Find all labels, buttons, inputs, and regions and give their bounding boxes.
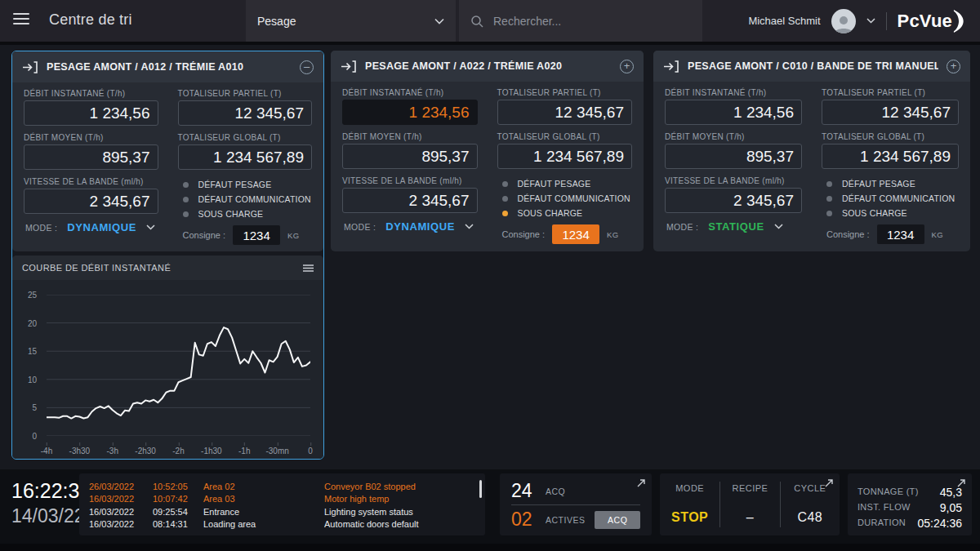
consigne-input[interactable]: 1234 [552,224,599,244]
panel-title: PESAGE AMONT / A022 / TRÉMIE A020 [365,60,612,72]
status-group: DÉFAUT PESAGE DÉFAUT COMMUNICATION SOUS … [178,177,313,221]
consigne-row: Consigne : 1234 KG [178,225,313,245]
consigne-row: Consigne : 1234 KG [497,224,633,244]
totaliseur-partiel-value: 12 345,67 [497,100,633,125]
bottom-edge-strip [0,544,980,551]
status-led-icon [183,211,189,217]
main-content: PESAGE AMONT / A012 / TRÉMIE A010 – DÉBI… [0,45,980,469]
acq-total-count: 24 [511,480,536,502]
user-name: Michael Schmit [748,15,820,27]
field-label: DÉBIT INSTANTANÉ (T/h) [342,88,478,97]
chevron-down-icon[interactable] [146,224,155,230]
pesage-panel-c010: PESAGE AMONT / C010 / BANDE DE TRI MANUE… [653,51,970,251]
vitesse-bande-value: 2 345,67 [24,189,158,214]
search-input[interactable] [492,14,675,29]
consigne-input[interactable]: 1234 [233,225,280,245]
user-menu-chevron-icon[interactable] [866,18,875,24]
field-label: VITESSE DE LA BANDE (ml/h) [342,176,478,185]
panel-body: DÉBIT INSTANTANÉ (T/h) 1 234,56 DÉBIT MO… [331,82,644,251]
collapse-circle-icon[interactable]: – [300,60,314,74]
consigne-unit: KG [287,231,300,240]
status-led-icon [826,181,832,187]
acq-total-row: 24 ACQ [511,481,640,501]
mode-column: MODE STOP [660,473,719,535]
add-circle-icon[interactable]: + [947,60,960,73]
pesage-panel-a012: PESAGE AMONT / A012 / TRÉMIE A010 – DÉBI… [12,51,323,251]
status-defaut-communication: DÉFAUT COMMUNICATION [178,192,313,207]
recipe-column: RECIPE – [719,482,779,527]
alarm-row[interactable]: 16/03/202209:25:54EntranceLighting syste… [89,505,472,518]
panel-body: DÉBIT INSTANTANÉ (T/h) 1 234,56 DÉBIT MO… [653,82,970,251]
enter-panel-arrow-icon[interactable] [22,61,38,73]
selected-panel-group: PESAGE AMONT / A012 / TRÉMIE A010 – DÉBI… [11,51,324,460]
field-label: TOTALISEUR PARTIEL (T) [178,89,313,98]
status-led-icon [502,181,508,187]
chart-title: COURBE DE DÉBIT INSTANTANÉ [22,263,303,273]
status-defaut-pesage: DÉFAUT PESAGE [178,177,313,192]
status-group: DÉFAUT PESAGE DÉFAUT COMMUNICATION SOUS … [822,176,959,220]
chevron-down-icon[interactable] [465,224,474,229]
pesage-panel-a022: PESAGE AMONT / A022 / TRÉMIE A020 + DÉBI… [331,51,644,251]
enter-panel-arrow-icon[interactable] [663,60,679,73]
search-field[interactable] [459,0,702,42]
consigne-input[interactable]: 1234 [877,224,924,244]
enter-panel-arrow-icon[interactable] [341,60,357,73]
mode-select[interactable]: DYNAMIQUE [385,220,455,233]
divider [886,12,887,30]
user-area: Michael Schmit PcVue [748,0,980,42]
field-label: DÉBIT MOYEN (T/h) [665,132,802,141]
mode-label: MODE : [666,222,698,232]
pcvue-dashboard: Centre de tri Pesage Michael Schmit PcV [0,0,980,551]
field-label: TOTALISEUR PARTIEL (T) [497,88,633,97]
debit-instantane-value: 1 234,56 [665,100,802,125]
status-sous-charge: SOUS CHARGE [497,206,633,220]
status-group: DÉFAUT PESAGE DÉFAUT COMMUNICATION SOUS … [497,176,633,220]
scrollbar-thumb[interactable] [479,480,482,498]
recipe-value: – [746,510,754,525]
chart-menu-icon[interactable] [303,264,314,272]
pcvue-logo: PcVue [898,9,965,33]
field-label: VITESSE DE LA BANDE (ml/h) [24,177,158,186]
debit-moyen-value: 895,37 [342,144,478,169]
top-bar: Centre de tri Pesage Michael Schmit PcV [0,0,980,42]
alarm-row[interactable]: 26/03/202210:52:05Area 02Conveyor B02 st… [89,480,472,493]
expand-icon[interactable] [636,478,646,488]
totaliseur-global-value: 1 234 567,89 [822,144,959,169]
field-label: DÉBIT MOYEN (T/h) [24,133,158,142]
acq-active-count: 02 [511,509,536,531]
status-led-icon [826,196,832,202]
mode-row: MODE : DYNAMIQUE [342,220,478,233]
acq-active-label: ACTIVES [546,515,585,525]
avatar[interactable] [831,9,856,33]
status-sous-charge: SOUS CHARGE [178,207,313,221]
field-label: TOTALISEUR PARTIEL (T) [822,88,959,97]
mode-row: MODE : STATIQUE [665,220,802,233]
view-select-dropdown[interactable]: Pesage [246,0,456,42]
expand-icon[interactable] [824,478,834,488]
mode-select[interactable]: DYNAMIQUE [67,221,136,233]
hamburger-menu-icon[interactable] [13,13,29,28]
chart-grid [47,295,310,436]
chevron-down-icon[interactable] [774,224,783,229]
pcvue-logo-swoosh-icon [953,9,965,33]
x-axis: -4h -3h30 -3h -2h30 -2h -1h30 -1h -30mn … [47,442,310,455]
mode-value: STOP [671,510,708,525]
status-defaut-communication: DÉFAUT COMMUNICATION [497,191,633,206]
alarm-row[interactable]: 16/03/202210:07:42Area 03Motor high temp [89,493,472,506]
status-defaut-communication: DÉFAUT COMMUNICATION [822,191,959,206]
acq-button[interactable]: ACQ [595,511,640,529]
mode-label: MODE : [25,223,57,233]
totaliseur-global-value: 1 234 567,89 [178,144,313,170]
mode-row: MODE : DYNAMIQUE [24,221,158,233]
debit-moyen-value: 895,37 [665,144,802,169]
acq-active-row: 02 ACTIVES ACQ [511,509,640,530]
acq-summary-card: 24 ACQ 02 ACTIVES ACQ [500,473,652,535]
mode-select[interactable]: STATIQUE [708,220,764,233]
add-circle-icon[interactable]: + [620,60,634,73]
field-label: TOTALISEUR GLOBAL (T) [497,132,633,141]
alarm-row[interactable]: 16/03/202208:14:31Loading areaAutomatic … [89,518,472,531]
app-title: Centre de tri [49,11,132,29]
status-defaut-pesage: DÉFAUT PESAGE [822,176,959,191]
expand-icon[interactable] [956,478,966,488]
vitesse-bande-value: 2 345,67 [665,188,802,213]
